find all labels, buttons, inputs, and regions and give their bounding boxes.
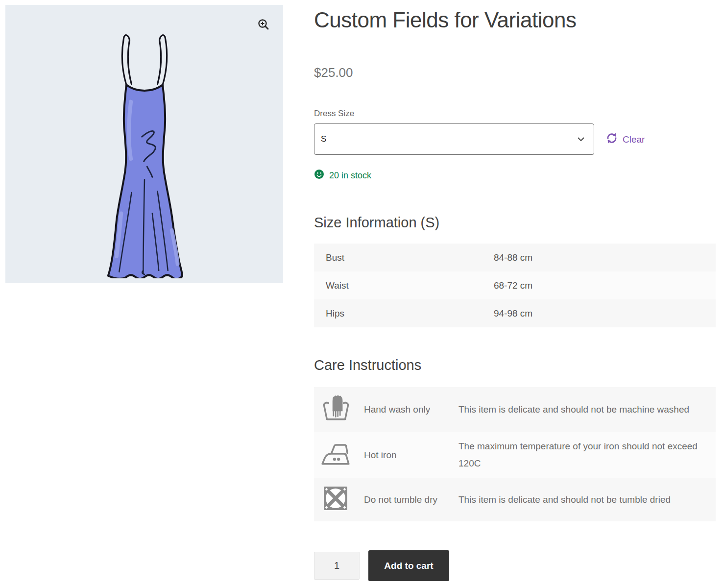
product-details: Custom Fields for Variations $25.00 Dres…: [314, 0, 716, 588]
care-row-label: Hot iron: [364, 446, 458, 464]
product-page: Custom Fields for Variations $25.00 Dres…: [0, 0, 723, 588]
care-row-label: Hand wash only: [364, 401, 458, 418]
care-heading: Care Instructions: [314, 357, 421, 373]
product-image[interactable]: [5, 5, 283, 283]
selected-size-value: S: [321, 134, 577, 144]
table-row: Hand wash only This item is delicate and…: [314, 387, 716, 432]
size-row-value: 68-72 cm: [494, 280, 704, 291]
hand-wash-icon: [321, 393, 364, 426]
table-row: Waist 68-72 cm: [314, 271, 716, 299]
table-row: Do not tumble dry This item is delicate …: [314, 478, 716, 521]
quantity-input[interactable]: [314, 552, 360, 580]
zoom-icon[interactable]: [255, 16, 272, 33]
size-row-label: Bust: [326, 252, 494, 263]
do-not-tumble-dry-icon: [321, 484, 364, 515]
care-row-description: The maximum temperature of your iron sho…: [458, 438, 709, 472]
size-info-table: Bust 84-88 cm Waist 68-72 cm Hips 94-98 …: [314, 244, 716, 327]
care-row-description: This item is delicate and should not be …: [458, 401, 709, 418]
stock-text: 20 in stock: [329, 171, 371, 181]
stock-status: 20 in stock: [314, 169, 371, 182]
table-row: Hot iron The maximum temperature of your…: [314, 432, 716, 478]
dress-illustration: [74, 19, 215, 278]
care-row-label: Do not tumble dry: [364, 491, 458, 508]
size-info-heading: Size Information (S): [314, 215, 439, 231]
page-title: Custom Fields for Variations: [314, 8, 576, 32]
clear-link[interactable]: Clear: [605, 132, 645, 147]
dress-size-label: Dress Size: [314, 109, 354, 119]
size-row-label: Hips: [326, 308, 494, 319]
variation-row: S Clear: [314, 123, 716, 155]
smiley-icon: [314, 169, 324, 182]
add-to-cart-button[interactable]: Add to cart: [368, 550, 449, 581]
size-row-value: 84-88 cm: [494, 252, 704, 263]
care-instructions-table: Hand wash only This item is delicate and…: [314, 387, 716, 521]
clear-label: Clear: [623, 134, 645, 145]
table-row: Bust 84-88 cm: [314, 244, 716, 271]
size-row-label: Waist: [326, 280, 494, 291]
refresh-icon: [605, 132, 618, 147]
dress-size-select[interactable]: S: [314, 123, 594, 155]
size-row-value: 94-98 cm: [494, 308, 704, 319]
care-row-description: This item is delicate and should not be …: [458, 491, 709, 508]
chevron-down-icon: [577, 135, 585, 144]
product-price: $25.00: [314, 65, 353, 80]
table-row: Hips 94-98 cm: [314, 299, 716, 327]
hot-iron-icon: [321, 441, 364, 469]
